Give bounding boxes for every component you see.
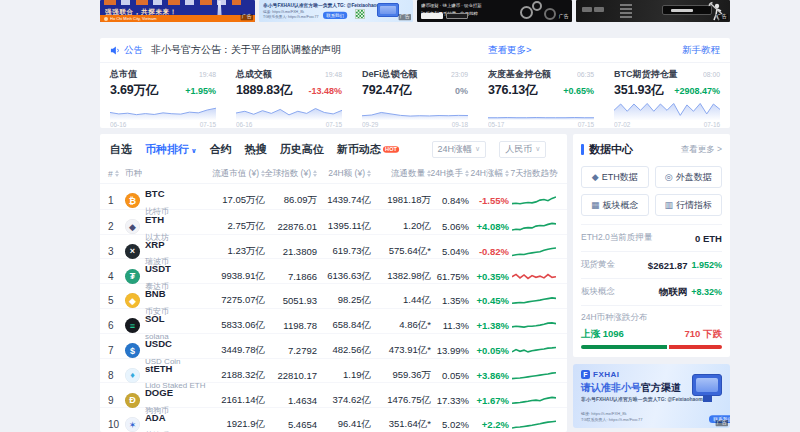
filter-dropdown[interactable]: 人民币 xyxy=(499,141,546,158)
column-header[interactable]: 流通数量 xyxy=(371,168,431,180)
stat-time: 19:48 xyxy=(199,71,216,79)
button-icon: ▥ xyxy=(664,200,673,210)
coin-symbol: ETH xyxy=(145,214,164,225)
row-change: 1.952% xyxy=(691,260,722,270)
tab[interactable]: 币种排行 xyxy=(145,142,197,157)
data-center-row[interactable]: 现货黄金 $2621.87 1.952% xyxy=(581,251,722,278)
stat-card[interactable]: DeFi总锁仓额23:09 792.47亿0% 09-2909-18 xyxy=(352,63,478,127)
circulating-supply: 959.36万 xyxy=(371,369,431,382)
coin-symbol: DOGE xyxy=(145,387,173,398)
table-row[interactable]: 1 ₿ BTC比特币 17.05万亿 86.09万 1439.74亿 1981.… xyxy=(100,184,567,209)
data-center-more-link[interactable]: 查看更多 > xyxy=(681,144,722,156)
tab[interactable]: 合约 xyxy=(210,142,232,157)
rank: 2 xyxy=(108,221,125,232)
volume-24h: 1395.11亿 xyxy=(317,220,371,233)
coin-icon: ≡ xyxy=(125,318,140,333)
rank: 3 xyxy=(108,246,125,257)
trend-sparkline xyxy=(512,194,556,207)
beginner-tutorial-link[interactable]: 新手教程 xyxy=(682,44,720,57)
column-header[interactable]: 流通市值 (¥) xyxy=(205,168,265,180)
logo-dot xyxy=(104,17,108,21)
tab[interactable]: 自选 xyxy=(110,142,132,157)
stat-time: 08:00 xyxy=(703,71,720,79)
change-24h: -0.82% xyxy=(469,246,509,257)
market-cap: 3449.78亿 xyxy=(205,344,265,357)
tab[interactable]: 热搜 xyxy=(245,142,267,157)
circulating-supply: 351.64亿* xyxy=(371,418,431,431)
circulating-supply: 1.44亿 xyxy=(371,294,431,307)
column-header[interactable]: 24H换手 xyxy=(431,168,469,180)
banner-links: 链接: https://t.me/FXH_8kTG联系负责人: https://… xyxy=(263,9,318,20)
announcement-bar: 公告 非小号官方公告：关于平台团队调整的声明 查看更多> 新手教程 xyxy=(100,38,730,63)
sidebar-ad-banner[interactable]: FFXHAI 请认准非小号官方渠道 非小号FXHAU认准官方唯一负责人TG: @… xyxy=(573,364,730,428)
ad-banner-exchange[interactable]: 赚币理财 · 链上赚币 · 锁仓打新现货套利零手续费 · 交易纯粹 广告 xyxy=(417,0,572,22)
down-bar xyxy=(669,345,722,349)
market-cap: 17.05万亿 xyxy=(205,194,265,207)
ad-banner-summit[interactable]: 强强联合，共探未来！ Ho Chi Minh City, Vietnam 广告 xyxy=(100,0,255,22)
coin-cell[interactable]: ✶ ADA艾达币 xyxy=(125,408,205,432)
stat-card[interactable]: 灰度基金持仓额06:35 376.13亿+0.65% 05-1707-15 xyxy=(478,63,604,127)
coin-icon: ♦ xyxy=(125,368,140,383)
stat-time: 19:48 xyxy=(325,71,342,79)
ad-banner-fxh[interactable]: 非小号FXHAU认准官方唯一负责人TG: @Feixiaohaomak 链接: … xyxy=(259,0,414,22)
stat-value: 351.93亿 xyxy=(614,82,663,99)
trend-sparkline xyxy=(512,245,556,258)
coin-icon: Ð xyxy=(125,393,140,408)
data-center-button[interactable]: ◎外盘数据 xyxy=(655,166,723,188)
stat-card[interactable]: 总成交额19:48 1889.83亿-13.48% 06-1607-15 xyxy=(226,63,352,127)
stat-card[interactable]: 总市值19:48 3.69万亿+1.95% 06-1607-15 xyxy=(100,63,226,127)
global-index-price: 22876.01 xyxy=(265,221,317,232)
column-header[interactable]: # xyxy=(108,168,125,179)
table-row[interactable]: 4 ₮ USDT泰达币 9938.91亿 7.1866 6136.63亿 138… xyxy=(100,258,567,283)
volume-24h: 658.84亿 xyxy=(317,319,371,332)
ad-tag: 广告 xyxy=(240,14,252,20)
data-center-row[interactable]: 板块概念 物联网 +8.32% xyxy=(581,278,722,305)
stat-card[interactable]: BTC期货持仓量08:00 351.93亿+2908.47% 07-0207-1… xyxy=(604,63,730,127)
turnover-24h: 61.75% xyxy=(431,271,469,282)
stat-value: 376.13亿 xyxy=(488,82,537,99)
table-row[interactable]: 10 ✶ ADA艾达币 1921.9亿 5.4654 96.41亿 351.64… xyxy=(100,407,567,432)
market-cap: 2188.32亿 xyxy=(205,369,265,382)
volume-24h: 374.62亿 xyxy=(317,394,371,407)
data-center-button[interactable]: ▥行情指标 xyxy=(655,194,723,216)
stat-label: 灰度基金持仓额 xyxy=(488,68,551,81)
computer-graphic xyxy=(377,3,399,17)
data-center-panel: 数据中心 查看更多 > ◆ETH数据 ◎外盘数据 ▦板块概念 ▥行情指标 ETH… xyxy=(573,134,730,357)
banner-contact-button[interactable]: 联系我们 xyxy=(323,12,347,19)
change-24h: +2.2% xyxy=(469,419,509,430)
global-index-price: 5051.93 xyxy=(265,295,317,306)
stat-date-range: 05-1707-15 xyxy=(488,121,594,128)
data-center-row[interactable]: ETH2.0当前质押量 0 ETH xyxy=(581,224,722,251)
speaker-icon xyxy=(110,45,121,56)
filter-dropdown[interactable]: 24H涨幅 xyxy=(432,141,487,158)
data-center-button[interactable]: ◆ETH数据 xyxy=(581,166,649,188)
banner-tags xyxy=(421,13,468,19)
column-header[interactable]: 全球指数 (¥) xyxy=(265,168,317,180)
view-more-link[interactable]: 查看更多> xyxy=(488,44,532,57)
table-row[interactable]: 6 ≡ SOLsolana 5833.06亿 1198.78 658.84亿 4… xyxy=(100,308,567,333)
table-row[interactable]: 7 $ USDCUSD Coin 3449.78亿 7.2792 482.56亿… xyxy=(100,333,567,358)
chevron-down-icon xyxy=(191,143,197,155)
column-header[interactable]: 24H涨幅 xyxy=(469,168,509,180)
tab[interactable]: 新币动态HOT xyxy=(337,142,406,157)
ad-banner-mining[interactable]: 广告 xyxy=(576,0,731,22)
button-icon: ◆ xyxy=(592,172,599,182)
market-cap: 7275.07亿 xyxy=(205,294,265,307)
rank: 5 xyxy=(108,295,125,306)
table-row[interactable]: 5 ◆ BNB币安币 7275.07亿 5051.93 98.25亿 1.44亿… xyxy=(100,283,567,308)
ad-tag: 广告 xyxy=(716,14,728,20)
table-row[interactable]: 2 ◆ ETH以太坊 2.75万亿 22876.01 1395.11亿 1.20… xyxy=(100,209,567,234)
table-row[interactable]: 9 Ð DOGE狗狗币 2161.14亿 1.4634 374.62亿 1476… xyxy=(100,382,567,407)
tab[interactable]: 历史高位 xyxy=(280,142,324,157)
table-header-row: # 币种 流通市值 (¥) 全球指数 (¥) 24H额 (¥) 流通数量 24H… xyxy=(100,164,567,184)
notice-text[interactable]: 非小号官方公告：关于平台团队调整的声明 xyxy=(151,43,341,57)
data-center-button[interactable]: ▦板块概念 xyxy=(581,194,649,216)
column-header[interactable]: 7天指数趋势 xyxy=(509,168,559,180)
stat-sparkline xyxy=(488,100,594,120)
column-header[interactable]: 币种 xyxy=(125,168,205,180)
circulating-supply: 1981.18万 xyxy=(371,194,431,207)
stat-label: BTC期货持仓量 xyxy=(614,68,678,81)
column-header[interactable]: 24H额 (¥) xyxy=(317,168,371,180)
table-row[interactable]: 8 ♦ stETHLido Staked ETH 2188.32亿 22810.… xyxy=(100,358,567,383)
table-row[interactable]: 3 × XRP瑞波币 1.23万亿 21.3809 619.73亿 575.64… xyxy=(100,234,567,259)
